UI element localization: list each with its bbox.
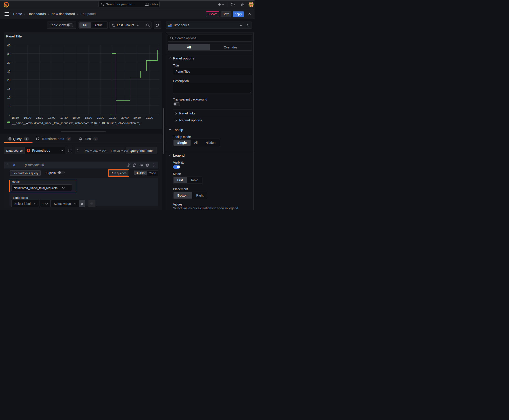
svg-text:16:30: 16:30: [36, 116, 43, 119]
svg-text:18:30: 18:30: [85, 116, 92, 119]
svg-text:21:00: 21:00: [146, 116, 153, 119]
svg-text:Panel Title: Panel Title: [6, 34, 22, 38]
svg-text:0: 0: [9, 113, 10, 116]
svg-text:17:30: 17:30: [60, 116, 68, 119]
svg-text:30: 30: [7, 61, 10, 64]
svg-text:35: 35: [7, 52, 10, 56]
svg-text:5: 5: [9, 104, 10, 108]
svg-text:16:00: 16:00: [24, 116, 31, 119]
svg-text:25: 25: [7, 70, 10, 73]
svg-text:20:00: 20:00: [122, 116, 129, 119]
svg-text:40: 40: [7, 44, 10, 47]
svg-text:15:30: 15:30: [11, 116, 19, 119]
svg-text:17:00: 17:00: [48, 116, 55, 119]
svg-text:18:00: 18:00: [73, 116, 80, 119]
svg-text:19:30: 19:30: [109, 116, 116, 119]
svg-text:15: 15: [7, 87, 10, 90]
svg-text:20:30: 20:30: [134, 116, 141, 119]
svg-text:20: 20: [7, 78, 10, 82]
svg-text:10: 10: [7, 96, 10, 99]
svg-text:19:00: 19:00: [97, 116, 104, 119]
svg-text:{__name__="cloudflared_tunnel_: {__name__="cloudflared_tunnel_total_requ…: [12, 121, 140, 125]
